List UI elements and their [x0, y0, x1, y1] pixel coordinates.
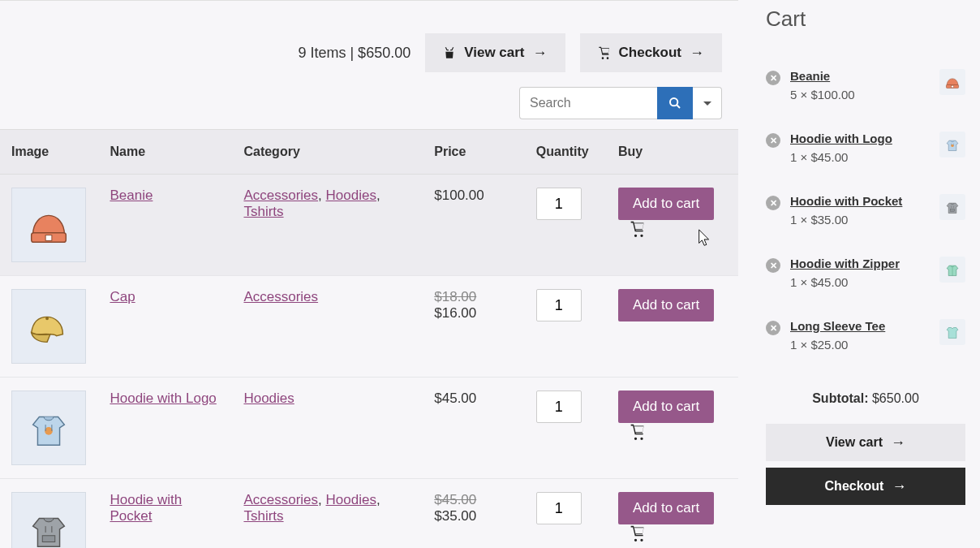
cart-icon [598, 46, 611, 59]
table-row: BeanieAccessories, Hoodies, Tshirts$100.… [0, 175, 738, 276]
cart-item-name[interactable]: Long Sleeve Tee [790, 319, 930, 333]
cart-item-meta: 1 × $35.00 [790, 213, 930, 227]
remove-item-button[interactable]: ✕ [766, 71, 780, 85]
arrow-right-icon: → [891, 435, 905, 450]
category-link[interactable]: Tshirts [243, 508, 283, 524]
col-category[interactable]: Category [232, 130, 423, 175]
sidebar-checkout-button[interactable]: Checkout → [766, 468, 965, 505]
bag-icon [443, 46, 456, 59]
col-name[interactable]: Name [98, 130, 232, 175]
col-price[interactable]: Price [423, 130, 525, 175]
cart-title: Cart [766, 6, 965, 32]
category-link[interactable]: Hoodies [243, 391, 294, 406]
category-link[interactable]: Hoodies [326, 492, 376, 507]
product-price: $18.00$16.00 [423, 276, 525, 378]
svg-rect-10 [950, 209, 955, 212]
col-buy[interactable]: Buy [607, 130, 738, 175]
category-link[interactable]: Tshirts [243, 204, 283, 219]
view-cart-button[interactable]: View cart → [425, 33, 565, 72]
category-link[interactable]: Accessories [243, 188, 318, 203]
arrow-right-icon: → [690, 45, 704, 60]
quantity-input[interactable] [536, 289, 582, 321]
cart-sidebar: Cart ✕Beanie5 × $100.00✕Hoodie with Logo… [738, 0, 980, 548]
product-thumbnail[interactable] [11, 391, 86, 465]
view-in-cart-icon[interactable] [630, 424, 646, 440]
product-name-link[interactable]: Cap [110, 289, 135, 304]
category-link[interactable]: Accessories [243, 289, 318, 304]
product-name-link[interactable]: Beanie [110, 188, 153, 203]
product-price: $45.00$35.00 [423, 479, 525, 549]
product-name-link[interactable]: Hoodie with Logo [110, 391, 216, 406]
checkout-button[interactable]: Checkout → [580, 33, 722, 72]
remove-item-button[interactable]: ✕ [766, 196, 780, 210]
svg-rect-6 [42, 536, 55, 542]
product-price: $100.00 [423, 175, 525, 276]
col-image[interactable]: Image [0, 130, 98, 175]
svg-rect-3 [45, 235, 52, 241]
cart-item: ✕Long Sleeve Tee1 × $25.00 [766, 304, 965, 367]
remove-item-button[interactable]: ✕ [766, 133, 780, 148]
search-icon [668, 97, 681, 110]
category-link[interactable]: Hoodies [326, 188, 376, 203]
remove-item-button[interactable]: ✕ [766, 321, 780, 335]
cart-item: ✕Hoodie with Logo1 × $45.00 [766, 117, 965, 179]
quantity-input[interactable] [536, 492, 582, 524]
table-row: Hoodie with PocketAccessories, Hoodies, … [0, 479, 738, 549]
view-in-cart-icon[interactable] [630, 221, 646, 237]
table-row: CapAccessories$18.00$16.00Add to cart [0, 276, 738, 378]
svg-line-1 [677, 105, 680, 108]
cart-item: ✕Hoodie with Pocket1 × $35.00 [766, 179, 965, 242]
product-name-link[interactable]: Hoodie with Pocket [110, 492, 182, 524]
arrow-right-icon: → [533, 45, 548, 60]
svg-point-4 [45, 317, 49, 320]
cart-item-meta: 5 × $100.00 [790, 88, 930, 101]
search-input[interactable] [519, 87, 657, 119]
add-to-cart-button[interactable]: Add to cart [618, 391, 714, 423]
col-quantity[interactable]: Quantity [525, 130, 607, 175]
cart-item-thumb[interactable] [939, 132, 965, 157]
product-categories: Accessories, Hoodies, Tshirts [232, 175, 423, 276]
arrow-right-icon: → [892, 479, 906, 494]
quantity-input[interactable] [536, 188, 582, 220]
remove-item-button[interactable]: ✕ [766, 258, 780, 273]
product-thumbnail[interactable] [11, 188, 86, 262]
cart-item-meta: 1 × $45.00 [790, 275, 930, 289]
add-to-cart-button[interactable]: Add to cart [618, 188, 714, 220]
product-categories: Hoodies [232, 378, 423, 479]
add-to-cart-button[interactable]: Add to cart [618, 492, 714, 524]
cart-item-name[interactable]: Hoodie with Logo [790, 132, 930, 145]
sidebar-view-cart-button[interactable]: View cart → [766, 424, 965, 461]
add-to-cart-button[interactable]: Add to cart [618, 289, 714, 321]
cart-item: ✕Hoodie with Zipper1 × $45.00 [766, 242, 965, 304]
svg-rect-8 [952, 85, 954, 87]
cart-item-thumb[interactable] [939, 69, 965, 95]
cart-item-meta: 1 × $25.00 [790, 338, 930, 352]
cart-item-thumb[interactable] [939, 194, 965, 220]
search-bar [0, 87, 738, 129]
cart-subtotal: Subtotal: $650.00 [766, 367, 965, 424]
view-in-cart-icon[interactable] [630, 525, 646, 542]
quantity-input[interactable] [536, 391, 582, 423]
table-row: Hoodie with LogoHoodies$45.00Add to cart [0, 378, 738, 479]
cart-item-meta: 1 × $45.00 [790, 150, 930, 164]
search-button[interactable] [657, 87, 693, 119]
cart-toolbar: 9 Items | $650.00 View cart → Checkout → [0, 33, 738, 87]
category-link[interactable]: Accessories [243, 492, 318, 507]
product-categories: Accessories, Hoodies, Tshirts [232, 479, 423, 549]
cart-item-name[interactable]: Hoodie with Pocket [790, 194, 930, 208]
svg-point-0 [670, 98, 677, 106]
product-price: $45.00 [423, 378, 525, 479]
product-thumbnail[interactable] [11, 289, 86, 364]
product-categories: Accessories [232, 276, 423, 378]
search-dropdown[interactable] [693, 87, 722, 119]
cart-item-thumb[interactable] [939, 319, 965, 345]
cart-summary: 9 Items | $650.00 [298, 45, 410, 62]
products-table: Image Name Category Price Quantity Buy B… [0, 129, 738, 548]
cart-item-thumb[interactable] [939, 257, 965, 283]
cart-item-name[interactable]: Hoodie with Zipper [790, 257, 930, 270]
cart-item: ✕Beanie5 × $100.00 [766, 54, 965, 117]
product-thumbnail[interactable] [11, 492, 86, 548]
cart-item-name[interactable]: Beanie [790, 69, 930, 83]
product-table-panel: 9 Items | $650.00 View cart → Checkout →… [0, 0, 738, 548]
